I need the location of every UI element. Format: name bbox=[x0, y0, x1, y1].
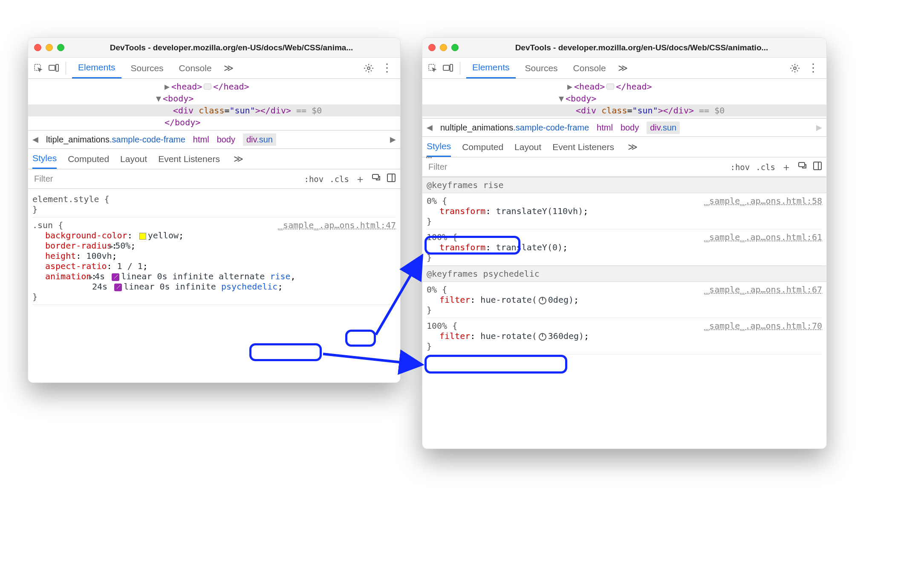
easing-icon[interactable] bbox=[112, 273, 119, 281]
add-rule-icon[interactable]: ＋ bbox=[781, 160, 791, 174]
angle-icon[interactable] bbox=[539, 297, 546, 304]
prop-animation[interactable]: animation:▶4s linear 0s infinite alterna… bbox=[32, 271, 396, 281]
dom-head[interactable]: ▶<head></head> bbox=[28, 81, 400, 93]
subtab-computed[interactable]: Computed bbox=[68, 154, 109, 164]
close-icon[interactable] bbox=[428, 44, 436, 51]
gear-icon[interactable] bbox=[363, 62, 375, 74]
add-rule-icon[interactable]: ＋ bbox=[355, 172, 365, 186]
rule-rise-100[interactable]: 100% {_sample_.ap…ons.html:61 transform:… bbox=[427, 229, 822, 266]
maximize-icon[interactable] bbox=[451, 44, 459, 51]
angle-icon[interactable] bbox=[539, 333, 546, 341]
dom-body-open[interactable]: ▼<body> bbox=[28, 93, 400, 104]
chevron-left-icon[interactable]: ◀ bbox=[32, 135, 38, 144]
color-swatch-icon[interactable] bbox=[139, 233, 146, 240]
rule-rise-0[interactable]: 0% {_sample_.ap…ons.html:58 transform: t… bbox=[427, 193, 822, 229]
prop-animation-2[interactable]: 24s linear 0s infinite psychedelic; bbox=[32, 281, 396, 292]
crumb-body[interactable]: body bbox=[217, 135, 235, 145]
dom-tree[interactable]: ▶<head></head> ▼<body> <div class="sun">… bbox=[28, 79, 400, 130]
gear-icon[interactable] bbox=[789, 62, 801, 74]
cls-toggle[interactable]: .cls bbox=[329, 174, 349, 184]
subtab-computed[interactable]: Computed bbox=[462, 142, 503, 152]
breadcrumb[interactable]: ◀ nultiple_animations.sample-code-frame … bbox=[422, 118, 826, 137]
dom-div-sun[interactable]: <div class="sun"></div> == $0 bbox=[28, 104, 400, 116]
svg-rect-1 bbox=[49, 65, 55, 70]
tab-console[interactable]: Console bbox=[173, 58, 218, 78]
prop-aspect-ratio[interactable]: aspect-ratio: 1 / 1; bbox=[32, 261, 396, 271]
subtab-styles[interactable]: Styles bbox=[32, 149, 57, 169]
chevron-right-icon[interactable]: ▶ bbox=[390, 135, 396, 144]
more-tabs-icon[interactable]: ≫ bbox=[221, 63, 236, 74]
tab-console[interactable]: Console bbox=[567, 58, 612, 78]
traffic-lights bbox=[428, 44, 459, 51]
subtab-layout[interactable]: Layout bbox=[120, 154, 147, 164]
crumb-frame[interactable]: ltiple_animations.sample-code-frame bbox=[46, 135, 185, 145]
tab-elements[interactable]: Elements bbox=[466, 58, 516, 78]
tab-sources[interactable]: Sources bbox=[125, 58, 170, 78]
source-link[interactable]: _sample_.ap…ons.html:67 bbox=[704, 284, 822, 295]
prop-bg[interactable]: background-color: yellow; bbox=[32, 230, 396, 240]
panel-icon[interactable] bbox=[813, 161, 822, 173]
styles-subtabs: Styles Computed Layout Event Listeners ≫ bbox=[28, 149, 400, 169]
inspect-icon[interactable] bbox=[427, 62, 439, 74]
dom-div-sun[interactable]: <div class="sun"></div> == $0 bbox=[422, 104, 826, 116]
breadcrumb[interactable]: ◀ ltiple_animations.sample-code-frame ht… bbox=[28, 130, 400, 149]
filter-input[interactable]: Filter bbox=[32, 174, 298, 184]
ellipsis-icon[interactable]: ⋯ bbox=[426, 151, 432, 163]
hov-toggle[interactable]: :hov bbox=[730, 162, 750, 172]
prop-border-radius[interactable]: border-radius:▶50%; bbox=[32, 240, 396, 251]
source-link[interactable]: _sample_.ap…ons.html:61 bbox=[704, 232, 822, 242]
crumb-div-sun[interactable]: div.sun bbox=[243, 133, 276, 146]
styles-pane[interactable]: element.style { } .sun { _sample_.ap…ons… bbox=[28, 189, 400, 309]
keyframes-rise-header[interactable]: @keyframes rise bbox=[422, 177, 826, 193]
more-subtabs-icon[interactable]: ≫ bbox=[625, 142, 640, 153]
rule-sun[interactable]: .sun { _sample_.ap…ons.html:47 backgroun… bbox=[32, 217, 396, 305]
dom-body-open[interactable]: ▼<body> bbox=[422, 93, 826, 104]
minimize-icon[interactable] bbox=[440, 44, 447, 51]
inspect-icon[interactable] bbox=[32, 62, 44, 74]
crumb-div-sun[interactable]: div.sun bbox=[647, 122, 680, 134]
keyframe-link-psychedelic[interactable]: psychedelic bbox=[221, 281, 277, 292]
dom-body-close[interactable]: </body> bbox=[28, 116, 400, 128]
minimize-icon[interactable] bbox=[46, 44, 53, 51]
cls-toggle[interactable]: .cls bbox=[756, 162, 775, 172]
filter-input[interactable]: Filter bbox=[427, 162, 724, 172]
crumb-body[interactable]: body bbox=[621, 123, 639, 133]
close-icon[interactable] bbox=[34, 44, 41, 51]
paint-icon[interactable] bbox=[797, 161, 807, 173]
rule-psych-0[interactable]: 0% {_sample_.ap…ons.html:67 filter: hue-… bbox=[427, 282, 822, 318]
subtab-events[interactable]: Event Listeners bbox=[158, 154, 220, 164]
paint-icon[interactable] bbox=[371, 173, 381, 185]
traffic-lights bbox=[34, 44, 64, 51]
crumb-html[interactable]: html bbox=[597, 123, 613, 133]
chevron-right-icon[interactable]: ▶ bbox=[816, 123, 822, 132]
dom-head[interactable]: ▶<head></head> bbox=[422, 81, 826, 93]
kebab-icon[interactable]: ⋮ bbox=[378, 61, 396, 75]
kebab-icon[interactable]: ⋮ bbox=[804, 61, 822, 75]
svg-rect-2 bbox=[56, 64, 58, 71]
more-subtabs-icon[interactable]: ≫ bbox=[231, 154, 246, 165]
source-link[interactable]: _sample_.ap…ons.html:47 bbox=[278, 220, 396, 230]
easing-icon[interactable] bbox=[114, 284, 122, 291]
styles-pane[interactable]: @keyframes rise 0% {_sample_.ap…ons.html… bbox=[422, 177, 826, 354]
prop-height[interactable]: height: 100vh; bbox=[32, 251, 396, 261]
device-icon[interactable] bbox=[442, 62, 454, 74]
source-link[interactable]: _sample_.ap…ons.html:58 bbox=[704, 196, 822, 206]
chevron-left-icon[interactable]: ◀ bbox=[427, 123, 433, 132]
rule-element-style[interactable]: element.style { } bbox=[32, 191, 396, 217]
subtab-events[interactable]: Event Listeners bbox=[552, 142, 614, 152]
tab-sources[interactable]: Sources bbox=[519, 58, 564, 78]
keyframe-link-rise[interactable]: rise bbox=[270, 271, 290, 281]
crumb-html[interactable]: html bbox=[193, 135, 209, 145]
more-tabs-icon[interactable]: ≫ bbox=[615, 63, 630, 74]
rule-psych-100[interactable]: 100% {_sample_.ap…ons.html:70 filter: hu… bbox=[427, 318, 822, 354]
dom-tree[interactable]: ▶<head></head> ▼<body> <div class="sun">… bbox=[422, 79, 826, 118]
keyframes-psychedelic-header[interactable]: @keyframes psychedelic bbox=[422, 266, 826, 282]
source-link[interactable]: _sample_.ap…ons.html:70 bbox=[704, 321, 822, 331]
hov-toggle[interactable]: :hov bbox=[304, 174, 323, 184]
maximize-icon[interactable] bbox=[57, 44, 64, 51]
panel-icon[interactable] bbox=[387, 173, 396, 185]
tab-elements[interactable]: Elements bbox=[72, 58, 121, 78]
subtab-layout[interactable]: Layout bbox=[514, 142, 541, 152]
device-icon[interactable] bbox=[48, 62, 60, 74]
crumb-frame[interactable]: nultiple_animations.sample-code-frame bbox=[440, 123, 589, 133]
